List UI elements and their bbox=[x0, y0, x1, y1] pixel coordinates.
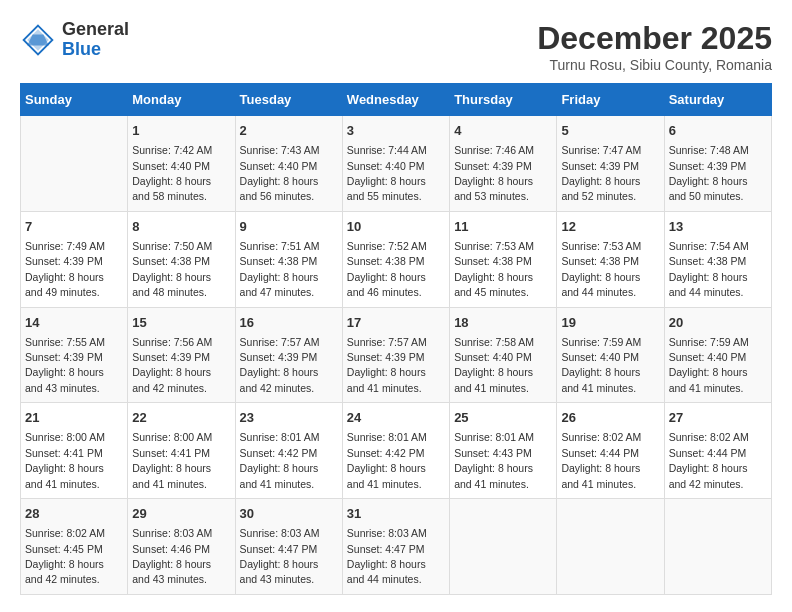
day-number: 22 bbox=[132, 409, 230, 427]
day-number: 5 bbox=[561, 122, 659, 140]
day-number: 3 bbox=[347, 122, 445, 140]
day-number: 20 bbox=[669, 314, 767, 332]
week-row-2: 7Sunrise: 7:49 AMSunset: 4:39 PMDaylight… bbox=[21, 211, 772, 307]
calendar-cell bbox=[450, 499, 557, 595]
day-number: 14 bbox=[25, 314, 123, 332]
calendar-cell: 10Sunrise: 7:52 AMSunset: 4:38 PMDayligh… bbox=[342, 211, 449, 307]
day-number: 19 bbox=[561, 314, 659, 332]
day-number: 1 bbox=[132, 122, 230, 140]
day-info: Sunrise: 8:01 AMSunset: 4:43 PMDaylight:… bbox=[454, 431, 534, 489]
calendar-cell: 16Sunrise: 7:57 AMSunset: 4:39 PMDayligh… bbox=[235, 307, 342, 403]
logo: General Blue bbox=[20, 20, 129, 60]
header-day-friday: Friday bbox=[557, 84, 664, 116]
day-info: Sunrise: 7:56 AMSunset: 4:39 PMDaylight:… bbox=[132, 336, 212, 394]
day-number: 30 bbox=[240, 505, 338, 523]
day-info: Sunrise: 7:44 AMSunset: 4:40 PMDaylight:… bbox=[347, 144, 427, 202]
day-number: 26 bbox=[561, 409, 659, 427]
calendar-cell: 9Sunrise: 7:51 AMSunset: 4:38 PMDaylight… bbox=[235, 211, 342, 307]
day-info: Sunrise: 7:58 AMSunset: 4:40 PMDaylight:… bbox=[454, 336, 534, 394]
calendar-body: 1Sunrise: 7:42 AMSunset: 4:40 PMDaylight… bbox=[21, 116, 772, 595]
day-info: Sunrise: 7:46 AMSunset: 4:39 PMDaylight:… bbox=[454, 144, 534, 202]
day-number: 31 bbox=[347, 505, 445, 523]
logo-blue-label: Blue bbox=[62, 40, 129, 60]
day-info: Sunrise: 7:59 AMSunset: 4:40 PMDaylight:… bbox=[669, 336, 749, 394]
calendar-cell: 5Sunrise: 7:47 AMSunset: 4:39 PMDaylight… bbox=[557, 116, 664, 212]
calendar-cell: 17Sunrise: 7:57 AMSunset: 4:39 PMDayligh… bbox=[342, 307, 449, 403]
month-title: December 2025 bbox=[537, 20, 772, 57]
day-info: Sunrise: 7:54 AMSunset: 4:38 PMDaylight:… bbox=[669, 240, 749, 298]
calendar-cell: 8Sunrise: 7:50 AMSunset: 4:38 PMDaylight… bbox=[128, 211, 235, 307]
header-day-wednesday: Wednesday bbox=[342, 84, 449, 116]
week-row-4: 21Sunrise: 8:00 AMSunset: 4:41 PMDayligh… bbox=[21, 403, 772, 499]
day-number: 6 bbox=[669, 122, 767, 140]
logo-text: General Blue bbox=[62, 20, 129, 60]
calendar-cell: 23Sunrise: 8:01 AMSunset: 4:42 PMDayligh… bbox=[235, 403, 342, 499]
day-info: Sunrise: 8:02 AMSunset: 4:44 PMDaylight:… bbox=[561, 431, 641, 489]
calendar-cell: 14Sunrise: 7:55 AMSunset: 4:39 PMDayligh… bbox=[21, 307, 128, 403]
calendar-cell: 28Sunrise: 8:02 AMSunset: 4:45 PMDayligh… bbox=[21, 499, 128, 595]
day-number: 21 bbox=[25, 409, 123, 427]
svg-marker-2 bbox=[27, 34, 49, 45]
calendar-cell: 20Sunrise: 7:59 AMSunset: 4:40 PMDayligh… bbox=[664, 307, 771, 403]
day-info: Sunrise: 8:00 AMSunset: 4:41 PMDaylight:… bbox=[25, 431, 105, 489]
calendar-cell: 21Sunrise: 8:00 AMSunset: 4:41 PMDayligh… bbox=[21, 403, 128, 499]
day-info: Sunrise: 8:02 AMSunset: 4:44 PMDaylight:… bbox=[669, 431, 749, 489]
day-number: 4 bbox=[454, 122, 552, 140]
header-day-sunday: Sunday bbox=[21, 84, 128, 116]
title-block: December 2025 Turnu Rosu, Sibiu County, … bbox=[537, 20, 772, 73]
header-day-monday: Monday bbox=[128, 84, 235, 116]
day-info: Sunrise: 8:00 AMSunset: 4:41 PMDaylight:… bbox=[132, 431, 212, 489]
calendar-cell: 24Sunrise: 8:01 AMSunset: 4:42 PMDayligh… bbox=[342, 403, 449, 499]
day-info: Sunrise: 8:03 AMSunset: 4:46 PMDaylight:… bbox=[132, 527, 212, 585]
week-row-1: 1Sunrise: 7:42 AMSunset: 4:40 PMDaylight… bbox=[21, 116, 772, 212]
day-info: Sunrise: 8:02 AMSunset: 4:45 PMDaylight:… bbox=[25, 527, 105, 585]
day-info: Sunrise: 7:53 AMSunset: 4:38 PMDaylight:… bbox=[561, 240, 641, 298]
day-number: 8 bbox=[132, 218, 230, 236]
day-number: 28 bbox=[25, 505, 123, 523]
day-number: 16 bbox=[240, 314, 338, 332]
calendar-cell: 29Sunrise: 8:03 AMSunset: 4:46 PMDayligh… bbox=[128, 499, 235, 595]
day-number: 9 bbox=[240, 218, 338, 236]
week-row-3: 14Sunrise: 7:55 AMSunset: 4:39 PMDayligh… bbox=[21, 307, 772, 403]
calendar-cell: 1Sunrise: 7:42 AMSunset: 4:40 PMDaylight… bbox=[128, 116, 235, 212]
location: Turnu Rosu, Sibiu County, Romania bbox=[537, 57, 772, 73]
logo-icon bbox=[20, 22, 56, 58]
calendar-cell bbox=[557, 499, 664, 595]
calendar-cell: 6Sunrise: 7:48 AMSunset: 4:39 PMDaylight… bbox=[664, 116, 771, 212]
logo-general-label: General bbox=[62, 20, 129, 40]
calendar-cell: 27Sunrise: 8:02 AMSunset: 4:44 PMDayligh… bbox=[664, 403, 771, 499]
day-number: 29 bbox=[132, 505, 230, 523]
day-info: Sunrise: 8:03 AMSunset: 4:47 PMDaylight:… bbox=[347, 527, 427, 585]
day-number: 12 bbox=[561, 218, 659, 236]
day-info: Sunrise: 7:57 AMSunset: 4:39 PMDaylight:… bbox=[240, 336, 320, 394]
day-info: Sunrise: 7:42 AMSunset: 4:40 PMDaylight:… bbox=[132, 144, 212, 202]
day-info: Sunrise: 7:51 AMSunset: 4:38 PMDaylight:… bbox=[240, 240, 320, 298]
header-row: SundayMondayTuesdayWednesdayThursdayFrid… bbox=[21, 84, 772, 116]
header-day-tuesday: Tuesday bbox=[235, 84, 342, 116]
calendar-cell: 22Sunrise: 8:00 AMSunset: 4:41 PMDayligh… bbox=[128, 403, 235, 499]
day-number: 15 bbox=[132, 314, 230, 332]
day-info: Sunrise: 7:52 AMSunset: 4:38 PMDaylight:… bbox=[347, 240, 427, 298]
day-info: Sunrise: 7:50 AMSunset: 4:38 PMDaylight:… bbox=[132, 240, 212, 298]
calendar-cell: 15Sunrise: 7:56 AMSunset: 4:39 PMDayligh… bbox=[128, 307, 235, 403]
calendar-cell: 30Sunrise: 8:03 AMSunset: 4:47 PMDayligh… bbox=[235, 499, 342, 595]
calendar-cell: 25Sunrise: 8:01 AMSunset: 4:43 PMDayligh… bbox=[450, 403, 557, 499]
calendar-cell: 18Sunrise: 7:58 AMSunset: 4:40 PMDayligh… bbox=[450, 307, 557, 403]
calendar-cell: 19Sunrise: 7:59 AMSunset: 4:40 PMDayligh… bbox=[557, 307, 664, 403]
day-number: 7 bbox=[25, 218, 123, 236]
calendar-cell bbox=[664, 499, 771, 595]
page-header: General Blue December 2025 Turnu Rosu, S… bbox=[20, 20, 772, 73]
calendar-cell: 7Sunrise: 7:49 AMSunset: 4:39 PMDaylight… bbox=[21, 211, 128, 307]
day-number: 24 bbox=[347, 409, 445, 427]
calendar-cell bbox=[21, 116, 128, 212]
day-info: Sunrise: 8:03 AMSunset: 4:47 PMDaylight:… bbox=[240, 527, 320, 585]
day-number: 17 bbox=[347, 314, 445, 332]
calendar-table: SundayMondayTuesdayWednesdayThursdayFrid… bbox=[20, 83, 772, 595]
calendar-cell: 31Sunrise: 8:03 AMSunset: 4:47 PMDayligh… bbox=[342, 499, 449, 595]
calendar-cell: 4Sunrise: 7:46 AMSunset: 4:39 PMDaylight… bbox=[450, 116, 557, 212]
day-number: 10 bbox=[347, 218, 445, 236]
week-row-5: 28Sunrise: 8:02 AMSunset: 4:45 PMDayligh… bbox=[21, 499, 772, 595]
day-info: Sunrise: 7:47 AMSunset: 4:39 PMDaylight:… bbox=[561, 144, 641, 202]
day-number: 2 bbox=[240, 122, 338, 140]
day-number: 11 bbox=[454, 218, 552, 236]
